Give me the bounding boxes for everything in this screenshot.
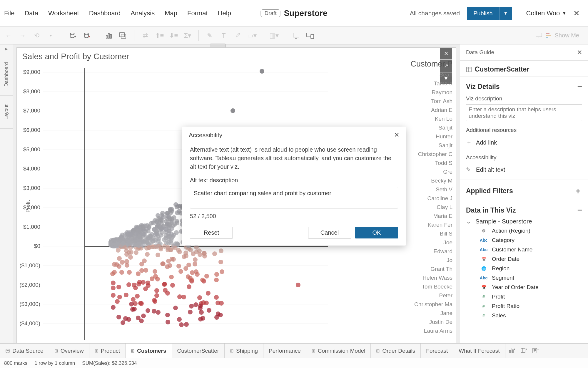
data-point[interactable] <box>128 255 133 260</box>
data-point[interactable] <box>158 247 163 251</box>
data-point[interactable] <box>111 286 116 290</box>
highlight-icon[interactable]: ✎ <box>205 31 215 41</box>
data-point[interactable] <box>136 316 141 320</box>
data-point[interactable] <box>170 283 175 288</box>
rail-tab-layout[interactable]: Layout <box>4 96 9 128</box>
data-point[interactable] <box>150 276 154 281</box>
viz-description-input[interactable] <box>466 104 582 121</box>
data-point[interactable] <box>156 253 160 257</box>
data-point[interactable] <box>146 308 150 313</box>
alt-text-input[interactable] <box>190 187 398 208</box>
sheet-tab[interactable]: Performance <box>263 344 306 358</box>
data-point[interactable] <box>149 221 154 226</box>
customer-list-item[interactable]: Seth V <box>401 185 452 194</box>
data-point[interactable] <box>219 248 223 253</box>
data-point[interactable] <box>128 231 133 236</box>
customer-list-item[interactable]: Raymon <box>401 88 452 97</box>
menu-format[interactable]: Format <box>187 9 208 17</box>
menu-dashboard[interactable]: Dashboard <box>89 9 121 17</box>
border-icon[interactable]: ▭▾ <box>247 31 257 41</box>
customer-list-item[interactable]: Maria E <box>401 212 452 221</box>
data-point[interactable] <box>198 317 203 321</box>
customer-list-item[interactable]: Helen Wass <box>401 273 452 282</box>
data-point[interactable] <box>189 304 194 309</box>
data-point[interactable] <box>170 226 174 231</box>
data-point[interactable] <box>183 266 188 271</box>
sheet-tab[interactable]: ⊞Commission Model <box>306 344 371 358</box>
data-point[interactable] <box>120 233 125 237</box>
data-point[interactable] <box>155 277 160 281</box>
data-point[interactable] <box>214 295 219 300</box>
data-point[interactable] <box>168 263 172 268</box>
new-datasource-icon[interactable] <box>68 31 78 41</box>
field-row[interactable]: ⚙Action (Region) <box>466 226 582 236</box>
customer-list-item[interactable]: Christopher Ma <box>401 300 452 309</box>
field-row[interactable]: 📅Order Date <box>466 254 582 264</box>
data-point[interactable] <box>207 308 211 313</box>
data-point[interactable] <box>193 262 197 266</box>
section-viz-details[interactable]: Viz Details <box>466 83 500 91</box>
data-point[interactable] <box>161 215 166 219</box>
data-point[interactable] <box>136 282 141 286</box>
data-point[interactable] <box>124 293 128 297</box>
customer-list-item[interactable]: Tamara <box>401 79 452 88</box>
field-row[interactable]: #Sales <box>466 311 582 320</box>
data-point[interactable] <box>139 268 144 273</box>
data-point[interactable] <box>173 306 178 310</box>
customer-list-item[interactable]: Jo <box>401 256 452 265</box>
data-point[interactable] <box>166 259 171 263</box>
data-point[interactable] <box>193 302 198 307</box>
data-point[interactable] <box>206 291 211 296</box>
data-point[interactable] <box>119 243 124 248</box>
data-point[interactable] <box>167 222 172 227</box>
data-point[interactable] <box>168 208 173 212</box>
data-point[interactable] <box>139 262 144 266</box>
data-point[interactable] <box>193 257 198 262</box>
edit-alt-text-button[interactable]: ✎Edit alt text <box>466 163 582 176</box>
menu-help[interactable]: Help <box>218 9 231 17</box>
field-row[interactable]: 🌐Region <box>466 264 582 273</box>
data-point[interactable] <box>141 314 146 318</box>
data-point[interactable] <box>177 294 182 299</box>
data-point[interactable] <box>119 270 124 275</box>
customer-list-item[interactable]: Joe <box>401 238 452 247</box>
data-point[interactable] <box>296 283 300 287</box>
new-worksheet-icon[interactable] <box>104 31 114 41</box>
data-point[interactable] <box>160 261 165 266</box>
data-point[interactable] <box>178 269 183 274</box>
customer-list-item[interactable]: Peter <box>401 291 452 300</box>
data-point[interactable] <box>230 108 235 113</box>
customer-list-item[interactable]: Adrian E <box>401 106 452 115</box>
data-point[interactable] <box>166 320 170 324</box>
customer-list-item[interactable]: Hunter <box>401 132 452 141</box>
customer-list-item[interactable]: Karen Fer <box>401 221 452 229</box>
dropdown-icon[interactable]: ▼ <box>46 31 56 41</box>
undo-redo-icon[interactable]: ⟲ <box>32 31 42 41</box>
customer-list-item[interactable]: Justin De <box>401 318 452 326</box>
data-point[interactable] <box>181 295 186 299</box>
data-point[interactable] <box>166 237 171 241</box>
customer-list-item[interactable]: Sean <box>401 70 452 79</box>
data-point[interactable] <box>116 285 121 289</box>
new-story-icon[interactable] <box>532 348 539 354</box>
data-point[interactable] <box>143 268 148 273</box>
data-point[interactable] <box>186 274 191 279</box>
field-row[interactable]: 📅Year of Order Date <box>466 283 582 292</box>
data-point[interactable] <box>214 272 219 277</box>
section-data-in-viz[interactable]: Data in This Viz <box>466 206 516 214</box>
sheet-tab[interactable]: What If Forecast <box>453 344 505 358</box>
duplicate-sheet-icon[interactable] <box>118 31 128 41</box>
data-point[interactable] <box>141 225 146 230</box>
customer-list-item[interactable]: Todd S <box>401 159 452 168</box>
sheet-tab[interactable]: ⊞Overview <box>49 344 89 358</box>
data-point[interactable] <box>155 220 159 224</box>
customer-list-item[interactable]: Christopher C <box>401 150 452 159</box>
data-point[interactable] <box>187 284 191 289</box>
user-menu[interactable]: Colten Woo ▼ <box>526 9 566 17</box>
data-point[interactable] <box>260 69 264 74</box>
customer-list-item[interactable]: Becky M <box>401 176 452 185</box>
field-row[interactable]: #Profit Ratio <box>466 301 582 311</box>
data-point[interactable] <box>176 264 181 268</box>
present-icon[interactable] <box>291 31 301 41</box>
data-point[interactable] <box>111 293 116 298</box>
